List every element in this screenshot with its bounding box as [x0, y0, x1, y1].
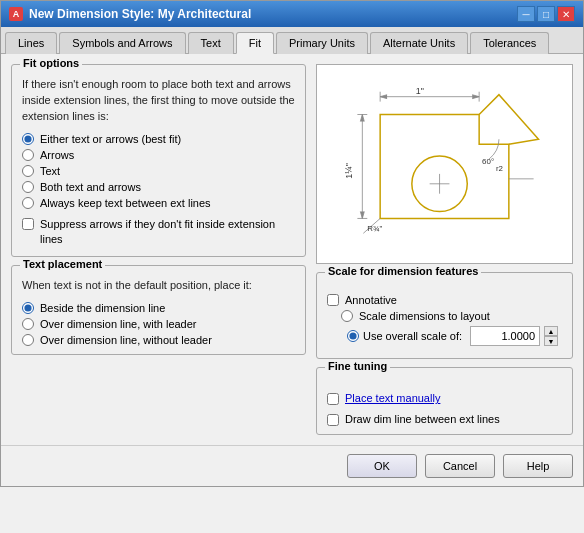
spin-down-button[interactable]: ▼	[544, 336, 558, 346]
tab-fit[interactable]: Fit	[236, 32, 274, 54]
button-row: OK Cancel Help	[1, 445, 583, 486]
fine-tuning-title: Fine tuning	[325, 360, 390, 372]
fine-tuning-group: Fine tuning Place text manually Draw dim…	[316, 367, 573, 435]
svg-rect-0	[326, 65, 564, 263]
ok-button[interactable]: OK	[347, 454, 417, 478]
radio-text-input[interactable]	[22, 165, 34, 177]
fit-options-content: If there isn't enough room to place both…	[22, 73, 295, 248]
svg-text:r2: r2	[496, 164, 503, 173]
radio-over-no-leader[interactable]: Over dimension line, without leader	[22, 334, 295, 346]
cancel-button[interactable]: Cancel	[425, 454, 495, 478]
radio-beside-input[interactable]	[22, 302, 34, 314]
text-placement-title: Text placement	[20, 258, 105, 270]
radio-over-leader-label: Over dimension line, with leader	[40, 318, 197, 330]
minimize-button[interactable]: ─	[517, 6, 535, 22]
radio-beside-label: Beside the dimension line	[40, 302, 165, 314]
title-bar-controls: ─ □ ✕	[517, 6, 575, 22]
preview-svg: 1" 1¼" R¾" r2 60°	[317, 65, 572, 263]
overall-scale-label: Use overall scale of:	[363, 330, 462, 342]
suppress-arrows-checkbox[interactable]	[22, 218, 34, 230]
radio-both-label: Both text and arrows	[40, 181, 141, 193]
main-content: Fit options If there isn't enough room t…	[1, 54, 583, 445]
radio-beside-dim-line[interactable]: Beside the dimension line	[22, 302, 295, 314]
tab-bar: Lines Symbols and Arrows Text Fit Primar…	[1, 27, 583, 54]
draw-dim-line-item[interactable]: Draw dim line between ext lines	[327, 413, 562, 426]
svg-text:R¾": R¾"	[367, 224, 382, 233]
svg-text:1¼": 1¼"	[344, 163, 354, 179]
draw-dim-line-label: Draw dim line between ext lines	[345, 413, 500, 425]
overall-scale-radio[interactable]	[347, 330, 359, 342]
title-bar-left: A New Dimension Style: My Architectural	[9, 7, 251, 21]
suppress-arrows-label: Suppress arrows if they don't fit inside…	[40, 217, 295, 248]
scale-features-group: Scale for dimension features Annotative …	[316, 272, 573, 359]
fit-options-group: Fit options If there isn't enough room t…	[11, 64, 306, 257]
radio-both-input[interactable]	[22, 181, 34, 193]
right-panel: 1" 1¼" R¾" r2 60° Scale for dimension fe…	[316, 64, 573, 435]
text-placement-group: Text placement When text is not in the d…	[11, 265, 306, 355]
radio-over-with-leader[interactable]: Over dimension line, with leader	[22, 318, 295, 330]
annotative-label: Annotative	[345, 294, 397, 306]
place-text-label[interactable]: Place text manually	[345, 392, 440, 404]
place-text-checkbox[interactable]	[327, 393, 339, 405]
spin-up-button[interactable]: ▲	[544, 326, 558, 336]
preview-box: 1" 1¼" R¾" r2 60°	[316, 64, 573, 264]
dialog-title: New Dimension Style: My Architectural	[29, 7, 251, 21]
svg-text:1": 1"	[416, 86, 424, 96]
text-placement-description: When text is not in the default position…	[22, 278, 295, 294]
title-bar: A New Dimension Style: My Architectural …	[1, 1, 583, 27]
draw-dim-line-checkbox[interactable]	[327, 414, 339, 426]
radio-best-fit-input[interactable]	[22, 133, 34, 145]
annotative-checkbox[interactable]	[327, 294, 339, 306]
help-button[interactable]: Help	[503, 454, 573, 478]
close-button[interactable]: ✕	[557, 6, 575, 22]
tab-tolerances[interactable]: Tolerances	[470, 32, 549, 54]
overall-scale-input[interactable]	[470, 326, 540, 346]
text-placement-radio-group: Beside the dimension line Over dimension…	[22, 302, 295, 346]
scale-to-layout-input[interactable]	[341, 310, 353, 322]
radio-always-keep[interactable]: Always keep text between ext lines	[22, 197, 295, 209]
scale-features-title: Scale for dimension features	[325, 265, 481, 277]
radio-over-no-leader-input[interactable]	[22, 334, 34, 346]
radio-arrows[interactable]: Arrows	[22, 149, 295, 161]
radio-always-keep-label: Always keep text between ext lines	[40, 197, 211, 209]
dialog-window: A New Dimension Style: My Architectural …	[0, 0, 584, 487]
tab-alternate-units[interactable]: Alternate Units	[370, 32, 468, 54]
tab-symbols-and-arrows[interactable]: Symbols and Arrows	[59, 32, 185, 54]
radio-both-text-arrows[interactable]: Both text and arrows	[22, 181, 295, 193]
overall-scale-row: Use overall scale of: ▲ ▼	[327, 326, 562, 346]
radio-over-leader-input[interactable]	[22, 318, 34, 330]
svg-text:60°: 60°	[482, 157, 494, 166]
radio-arrows-input[interactable]	[22, 149, 34, 161]
scale-spinner: ▲ ▼	[544, 326, 558, 346]
radio-over-no-leader-label: Over dimension line, without leader	[40, 334, 212, 346]
scale-features-content: Annotative Scale dimensions to layout Us…	[327, 285, 562, 346]
left-panel: Fit options If there isn't enough room t…	[11, 64, 306, 435]
tab-text[interactable]: Text	[188, 32, 234, 54]
scale-to-layout-radio[interactable]: Scale dimensions to layout	[327, 310, 562, 322]
text-placement-content: When text is not in the default position…	[22, 274, 295, 346]
radio-text[interactable]: Text	[22, 165, 295, 177]
annotative-checkbox-item[interactable]: Annotative	[327, 293, 562, 306]
place-text-item[interactable]: Place text manually	[327, 392, 562, 405]
radio-arrows-label: Arrows	[40, 149, 74, 161]
fit-options-radio-group: Either text or arrows (best fit) Arrows …	[22, 133, 295, 209]
radio-text-label: Text	[40, 165, 60, 177]
tab-primary-units[interactable]: Primary Units	[276, 32, 368, 54]
radio-best-fit[interactable]: Either text or arrows (best fit)	[22, 133, 295, 145]
app-icon: A	[9, 7, 23, 21]
fit-options-description: If there isn't enough room to place both…	[22, 77, 295, 125]
scale-to-layout-label: Scale dimensions to layout	[359, 310, 490, 322]
radio-best-fit-label: Either text or arrows (best fit)	[40, 133, 181, 145]
radio-always-keep-input[interactable]	[22, 197, 34, 209]
suppress-arrows-checkbox-item[interactable]: Suppress arrows if they don't fit inside…	[22, 217, 295, 248]
tab-lines[interactable]: Lines	[5, 32, 57, 54]
fit-options-title: Fit options	[20, 57, 82, 69]
fine-tuning-content: Place text manually Draw dim line betwee…	[327, 380, 562, 426]
maximize-button[interactable]: □	[537, 6, 555, 22]
